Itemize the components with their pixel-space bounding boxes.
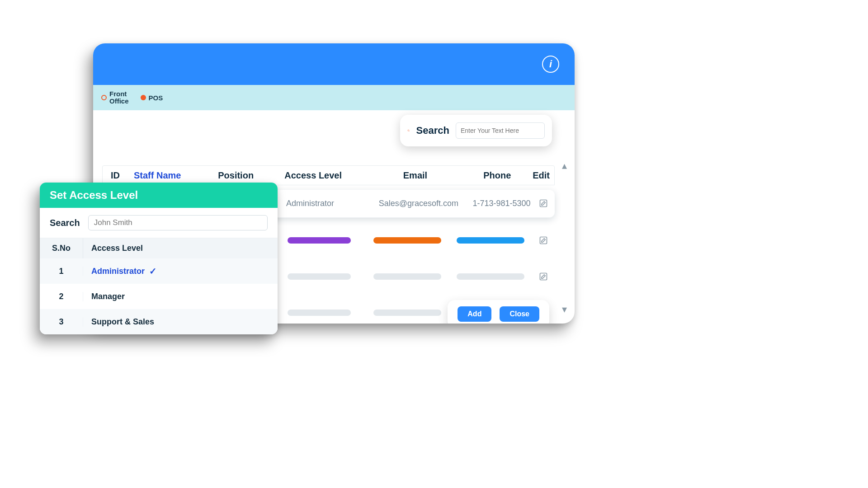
row-level[interactable]: Manager — [83, 292, 278, 301]
footer-actions: Add Close — [448, 300, 549, 324]
row-sno: 3 — [40, 317, 83, 327]
access-level-row[interactable]: 1Administrator✓ — [40, 258, 278, 284]
edit-icon[interactable] — [538, 271, 549, 282]
col-email: Email — [369, 170, 462, 181]
row-sno: 2 — [40, 292, 83, 301]
modal-search: Search — [40, 208, 278, 238]
ph-email — [373, 310, 441, 316]
modal-col-sno: S.No — [40, 238, 83, 258]
search-label: Search — [416, 125, 449, 136]
radio-strip: Front Office POS — [93, 85, 575, 110]
topbar: i — [93, 43, 575, 85]
search-input[interactable] — [456, 122, 545, 139]
radio-filled-icon — [141, 95, 146, 100]
modal-search-input[interactable] — [88, 215, 268, 230]
svg-rect-0 — [540, 200, 547, 206]
ph-access — [288, 310, 351, 316]
ph-email — [373, 273, 441, 280]
access-level-modal: Set Access Level Search S.No Access Leve… — [40, 183, 278, 334]
search-icon — [407, 125, 410, 136]
info-icon[interactable]: i — [542, 56, 559, 73]
close-button[interactable]: Close — [500, 306, 539, 322]
scroll-down-icon[interactable]: ▾ — [559, 304, 569, 315]
svg-point-4 — [408, 130, 409, 131]
svg-rect-1 — [540, 237, 547, 244]
col-position: Position — [218, 170, 284, 181]
row-level-label: Administrator — [91, 267, 145, 276]
ph-phone — [457, 237, 524, 244]
col-id: ID — [103, 170, 134, 181]
modal-col-level: Access Level — [83, 238, 278, 258]
radio-front-office[interactable]: Front Office — [101, 90, 129, 105]
cell-email: Sales@gracesoft.com — [372, 199, 466, 208]
modal-search-label: Search — [50, 218, 80, 228]
scroll-up-icon[interactable]: ▴ — [559, 160, 569, 172]
ph-access — [288, 273, 351, 280]
radio-label: POS — [149, 94, 163, 102]
radio-pos[interactable]: POS — [141, 94, 163, 102]
row-level-label: Support & Sales — [91, 317, 154, 327]
info-glyph: i — [549, 58, 552, 70]
access-level-row[interactable]: 2Manager — [40, 284, 278, 309]
col-name[interactable]: Staff Name — [134, 170, 218, 181]
check-icon: ✓ — [149, 266, 157, 277]
row-level[interactable]: Administrator✓ — [83, 266, 278, 277]
modal-rows: 1Administrator✓2Manager3Support & Sales — [40, 258, 278, 334]
radio-label: Front Office — [109, 90, 129, 105]
ph-access — [288, 237, 351, 244]
access-level-row[interactable]: 3Support & Sales — [40, 309, 278, 334]
modal-columns: S.No Access Level — [40, 238, 278, 258]
edit-icon[interactable] — [538, 197, 549, 209]
search-pill: Search — [400, 115, 552, 146]
row-sno: 1 — [40, 267, 83, 276]
row-level-label: Manager — [91, 292, 125, 301]
col-access: Access Level — [284, 170, 368, 181]
ph-phone — [457, 273, 524, 280]
svg-rect-2 — [540, 273, 547, 280]
add-button[interactable]: Add — [458, 306, 491, 322]
edit-icon[interactable] — [538, 235, 549, 246]
row-level[interactable]: Support & Sales — [83, 317, 278, 327]
col-edit: Edit — [533, 170, 554, 181]
svg-line-5 — [409, 131, 410, 131]
radio-open-icon — [101, 95, 107, 100]
col-phone: Phone — [462, 170, 533, 181]
cell-access: Administrator — [286, 199, 372, 208]
modal-title: Set Access Level — [40, 183, 278, 208]
cell-edit — [538, 197, 555, 210]
cell-phone: 1-713-981-5300 — [466, 199, 538, 208]
ph-email — [373, 237, 441, 244]
